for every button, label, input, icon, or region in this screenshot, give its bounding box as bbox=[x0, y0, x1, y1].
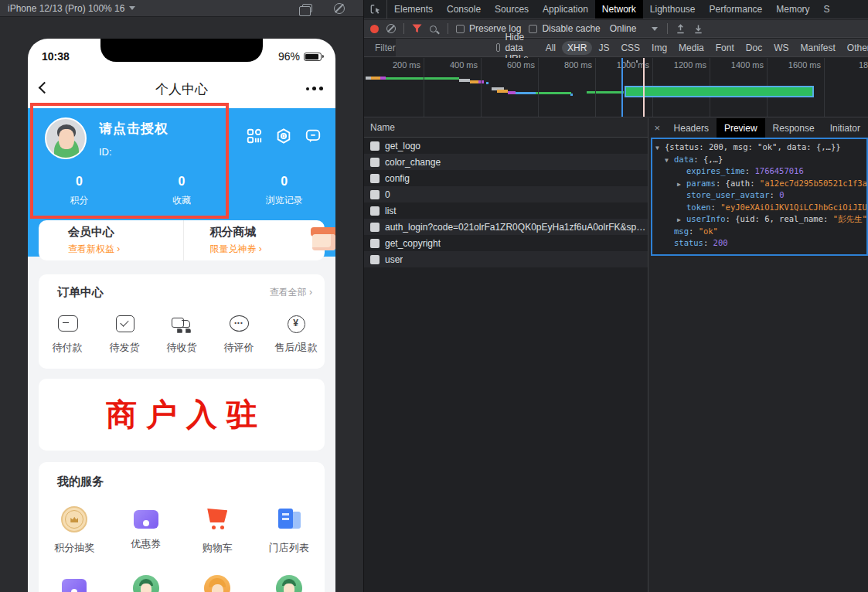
more-menu-icon[interactable] bbox=[306, 87, 323, 90]
devtools-tab[interactable]: Console bbox=[440, 0, 488, 19]
export-har-icon[interactable] bbox=[693, 24, 703, 34]
checkbox-icon[interactable] bbox=[496, 43, 501, 52]
order-status-item[interactable]: 待评价 bbox=[210, 312, 267, 355]
back-icon[interactable] bbox=[39, 82, 51, 94]
devtools-tab[interactable]: Network bbox=[595, 0, 643, 19]
devtools-tab[interactable]: Performance bbox=[703, 0, 770, 19]
expand-arrow-icon[interactable]: ▶ bbox=[677, 214, 681, 226]
devtools-tab[interactable]: Elements bbox=[387, 0, 440, 19]
expand-arrow-icon[interactable]: ▶ bbox=[677, 179, 681, 191]
service-item[interactable]: 门店列表 bbox=[254, 506, 325, 555]
device-frames-icon[interactable] bbox=[302, 4, 312, 12]
json-tree-line[interactable]: expires_time: 1766457016 bbox=[652, 165, 866, 178]
service-item[interactable] bbox=[111, 575, 182, 592]
device-toolbar-label[interactable]: iPhone 12/13 (Pro) 100% 16 bbox=[8, 3, 124, 14]
settings-gear-icon[interactable] bbox=[275, 128, 292, 145]
avatar[interactable] bbox=[45, 117, 87, 159]
detail-tab[interactable]: Response bbox=[765, 118, 822, 138]
request-type-pill[interactable]: All bbox=[540, 41, 561, 55]
order-status-item[interactable]: 待付款 bbox=[39, 312, 96, 355]
service-item[interactable]: 积分抽奖 bbox=[39, 506, 111, 555]
devtools-tab[interactable]: Sources bbox=[488, 0, 536, 19]
order-status-item[interactable]: 待收货 bbox=[153, 312, 210, 355]
detail-tab[interactable]: Headers bbox=[666, 118, 717, 138]
quick-link-subtitle[interactable]: 查看新权益 › bbox=[68, 243, 120, 256]
request-row[interactable]: list bbox=[364, 202, 648, 219]
record-icon[interactable] bbox=[370, 25, 379, 33]
chevron-down-icon[interactable] bbox=[129, 6, 135, 10]
quick-link-title: 积分商城 bbox=[210, 225, 262, 240]
json-segment-key: expires_time bbox=[686, 166, 745, 175]
request-row[interactable]: get_logo bbox=[364, 138, 648, 154]
service-item[interactable] bbox=[254, 575, 325, 592]
filter-funnel-icon[interactable] bbox=[412, 24, 422, 33]
stat-item[interactable]: 0 浏览记录 bbox=[233, 175, 335, 207]
qrcode-icon[interactable] bbox=[246, 128, 263, 145]
service-item[interactable] bbox=[182, 575, 254, 592]
devtools-tab[interactable]: Lighthouse bbox=[643, 0, 703, 19]
view-all-link[interactable]: 查看全部 › bbox=[270, 286, 312, 299]
request-type-pill[interactable]: Doc bbox=[740, 41, 768, 55]
quick-link[interactable]: 会员中心 查看新权益 › bbox=[39, 220, 183, 260]
quick-link-subtitle[interactable]: 限量兑神券 › bbox=[210, 243, 262, 256]
service-item[interactable]: 优惠券 bbox=[111, 506, 182, 555]
request-type-pill[interactable]: Font bbox=[710, 41, 740, 55]
inspect-element-icon[interactable] bbox=[364, 0, 387, 19]
json-tree-line[interactable]: store_user_avatar: 0 bbox=[652, 189, 866, 202]
request-type-pill[interactable]: Manifest bbox=[795, 41, 840, 55]
throttling-dropdown[interactable]: Online bbox=[608, 23, 660, 34]
detail-tab[interactable]: Preview bbox=[717, 118, 765, 138]
merchant-banner[interactable]: 商户入驻 bbox=[39, 379, 325, 451]
rotate-disabled-icon[interactable] bbox=[334, 3, 345, 14]
timeline-tick-label: 18 bbox=[859, 60, 868, 70]
json-tree-line[interactable]: msg: "ok" bbox=[652, 226, 866, 238]
order-status-item[interactable]: 待发货 bbox=[96, 312, 153, 355]
order-status-item[interactable]: 售后/退款 bbox=[267, 312, 325, 355]
collapse-arrow-icon[interactable]: ▼ bbox=[655, 142, 659, 155]
disable-cache-checkbox[interactable]: Disable cache bbox=[529, 23, 600, 34]
clear-icon[interactable] bbox=[386, 24, 396, 33]
stat-item[interactable]: 0 收藏 bbox=[131, 175, 233, 207]
json-tree-line[interactable]: ▶params: {auth: "a12ec7d295b50521c1f3a bbox=[652, 178, 866, 190]
network-overview-timeline[interactable]: 200 ms400 ms600 ms800 ms1000 ms1200 ms14… bbox=[364, 58, 868, 117]
request-type-pill[interactable]: CSS bbox=[615, 41, 645, 55]
json-tree-line[interactable]: ▼{status: 200, msg: "ok", data: {,…}} bbox=[652, 141, 866, 154]
request-row[interactable]: auth_login?code=021olrFa1ZR0QK0pEyHa1zf6… bbox=[364, 219, 648, 235]
json-tree-line[interactable]: status: 200 bbox=[652, 237, 866, 250]
json-preview[interactable]: ▼{status: 200, msg: "ok", data: {,…}}▼da… bbox=[651, 138, 868, 256]
request-type-pill[interactable]: Img bbox=[646, 41, 672, 55]
close-icon[interactable]: × bbox=[648, 118, 666, 138]
collapse-arrow-icon[interactable]: ▼ bbox=[665, 155, 669, 167]
request-row[interactable]: user bbox=[364, 251, 648, 267]
service-item[interactable] bbox=[39, 575, 111, 592]
request-type-pill[interactable]: XHR bbox=[562, 41, 592, 55]
request-row[interactable]: 0 bbox=[364, 186, 648, 202]
filter-input[interactable]: Filter bbox=[364, 39, 396, 56]
request-name: config bbox=[385, 173, 410, 184]
devtools-tab[interactable]: S bbox=[817, 0, 837, 19]
request-type-pill[interactable]: WS bbox=[768, 41, 794, 55]
devtools-tab[interactable]: Memory bbox=[769, 0, 816, 19]
request-row[interactable]: color_change bbox=[364, 154, 648, 170]
search-icon[interactable] bbox=[430, 26, 437, 32]
service-item[interactable]: 购物车 bbox=[182, 506, 254, 555]
json-tree-line[interactable]: ▼data: {,…} bbox=[652, 154, 866, 166]
stat-item[interactable]: 0 积分 bbox=[28, 175, 131, 207]
quick-link[interactable]: 积分商城 限量兑神券 › bbox=[183, 220, 325, 260]
status-time: 10:38 bbox=[42, 50, 70, 63]
waterfall-bar bbox=[386, 77, 459, 80]
request-type-pill[interactable]: Other bbox=[842, 41, 868, 55]
detail-tab[interactable]: Initiator bbox=[822, 118, 868, 138]
login-prompt[interactable]: 请点击授权 bbox=[99, 120, 168, 138]
checkbox-icon[interactable] bbox=[456, 25, 465, 33]
request-row[interactable]: config bbox=[364, 170, 648, 186]
requests-name-header[interactable]: Name bbox=[364, 118, 648, 138]
request-row[interactable]: get_copyright bbox=[364, 235, 648, 251]
request-type-pill[interactable]: JS bbox=[593, 41, 614, 55]
json-tree-line[interactable]: token: "eyJ0eXAiOiJKV1QiLCJhbGciOiJIU bbox=[652, 202, 866, 214]
import-har-icon[interactable] bbox=[676, 24, 686, 34]
devtools-tab[interactable]: Application bbox=[536, 0, 595, 19]
feedback-chat-icon[interactable] bbox=[305, 128, 322, 145]
request-type-pill[interactable]: Media bbox=[673, 41, 710, 55]
json-tree-line[interactable]: ▶userInfo: {uid: 6, real_name: "彭先生" bbox=[652, 213, 866, 226]
